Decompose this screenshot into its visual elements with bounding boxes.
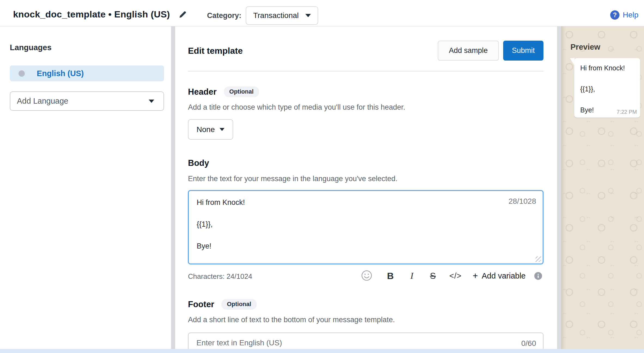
italic-button[interactable]: I [405, 271, 419, 281]
add-variable-label: Add variable [482, 271, 525, 280]
body-section-title-row: Body [188, 158, 209, 168]
header-type-dropdown[interactable]: None [188, 119, 233, 140]
chevron-down-icon [305, 14, 311, 17]
language-status-dot-icon [19, 70, 25, 77]
info-icon[interactable] [534, 272, 542, 280]
category-dropdown[interactable]: Transactional [246, 6, 318, 25]
sidebar-main-divider [171, 26, 175, 349]
help-link[interactable]: ? Help [610, 10, 639, 20]
header-section-title-row: Header Optional [188, 86, 259, 97]
bold-button[interactable]: B [383, 271, 397, 281]
section-divider [188, 71, 543, 71]
preview-heading: Preview [570, 43, 600, 52]
characters-count-label: Characters: 24/1024 [188, 272, 252, 281]
preview-message-line: Hi from Knock! [580, 63, 634, 73]
code-button[interactable]: </> [446, 271, 465, 280]
languages-heading: Languages [10, 43, 51, 52]
body-section-description: Enter the text for your message in the l… [188, 175, 397, 183]
top-bar: knock_doc_template • English (US) Catego… [0, 0, 644, 26]
header-section-description: Add a title or choose which type of medi… [188, 103, 405, 112]
chevron-down-icon [149, 100, 154, 103]
body-section-title: Body [188, 158, 209, 168]
footer-section-description: Add a short line of text to the bottom o… [188, 316, 395, 324]
footer-section-title-row: Footer Optional [188, 299, 257, 310]
plus-icon: + [473, 271, 478, 281]
emoji-button[interactable] [361, 270, 372, 282]
body-text-input[interactable]: Hi from Knock! {{1}}, Bye! [188, 190, 543, 264]
chevron-down-icon [220, 128, 224, 131]
body-format-toolbar: B I S </> + Add variable [361, 269, 543, 283]
add-language-dropdown[interactable]: Add Language [10, 91, 164, 111]
optional-badge: Optional [221, 299, 257, 310]
strikethrough-button[interactable]: S [426, 271, 440, 281]
optional-badge: Optional [224, 86, 259, 97]
preview-timestamp: 7:22 PM [612, 109, 637, 115]
help-label: Help [623, 11, 639, 19]
add-variable-button[interactable]: + Add variable [473, 271, 526, 281]
footer-section-title: Footer [188, 300, 214, 309]
submit-button[interactable]: Submit [503, 41, 543, 61]
pencil-icon [178, 17, 188, 21]
template-editor-app: knock_doc_template • English (US) Catego… [0, 0, 644, 353]
main-scrollbar[interactable] [557, 26, 561, 349]
header-section-title: Header [188, 87, 217, 97]
category-label: Category: [207, 11, 241, 20]
sidebar-item-english-us[interactable]: English (US) [10, 65, 164, 81]
header-type-value: None [197, 125, 215, 134]
language-label: English (US) [37, 69, 84, 78]
smiley-icon [361, 270, 372, 282]
page-title: Edit template [188, 46, 243, 56]
help-icon: ? [610, 10, 619, 20]
bottom-edge-strip [0, 349, 644, 353]
category-value: Transactional [253, 11, 299, 20]
add-sample-button[interactable]: Add sample [438, 41, 499, 61]
textarea-resize-handle[interactable] [536, 256, 541, 262]
preview-message-line: {{1}}, [580, 84, 634, 94]
add-language-label: Add Language [17, 97, 68, 106]
template-title: knock_doc_template • English (US) [13, 9, 170, 20]
edit-title-button[interactable] [177, 9, 190, 21]
